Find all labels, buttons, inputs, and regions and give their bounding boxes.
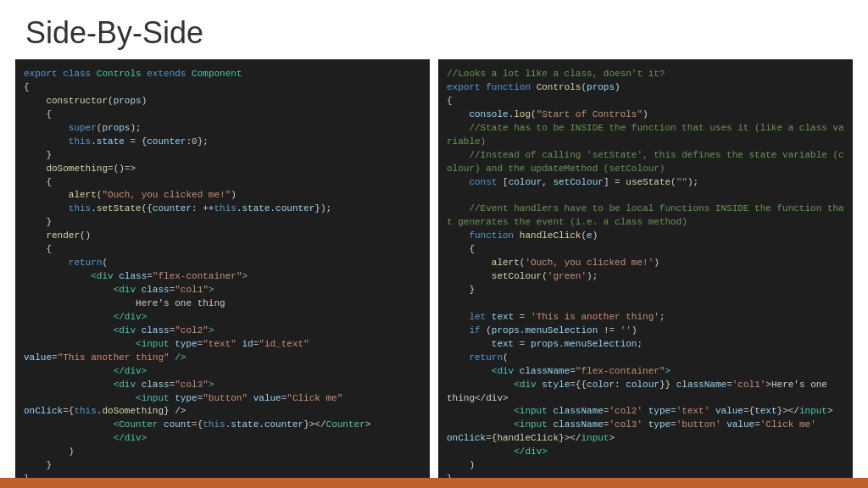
- content-area: export class Controls extends Component …: [0, 59, 868, 480]
- right-code: //Looks a lot like a class, doesn't it? …: [447, 68, 844, 480]
- bottom-bar: [0, 478, 868, 488]
- left-code: export class Controls extends Component …: [24, 68, 421, 480]
- right-code-panel: //Looks a lot like a class, doesn't it? …: [438, 59, 853, 480]
- slide-title: Side-By-Side: [0, 0, 868, 59]
- left-code-panel: export class Controls extends Component …: [15, 59, 430, 480]
- slide: Side-By-Side export class Controls exten…: [0, 0, 868, 488]
